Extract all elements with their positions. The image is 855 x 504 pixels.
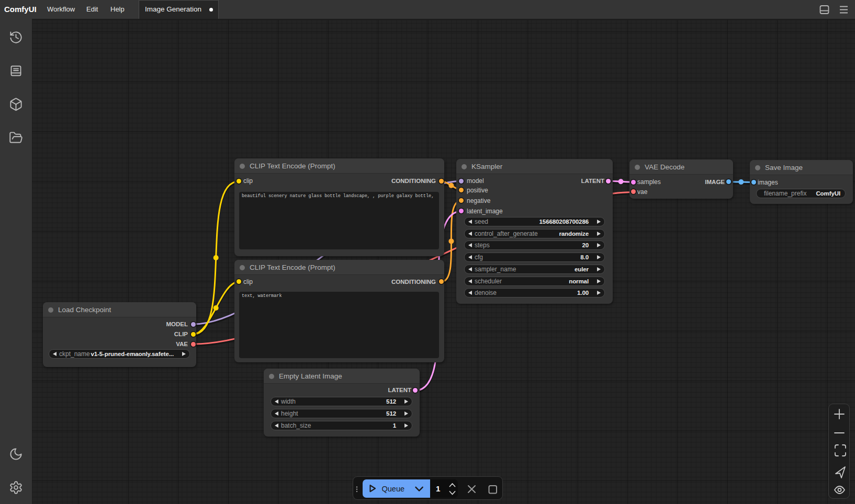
svg-text:Queue: Queue (382, 485, 405, 493)
